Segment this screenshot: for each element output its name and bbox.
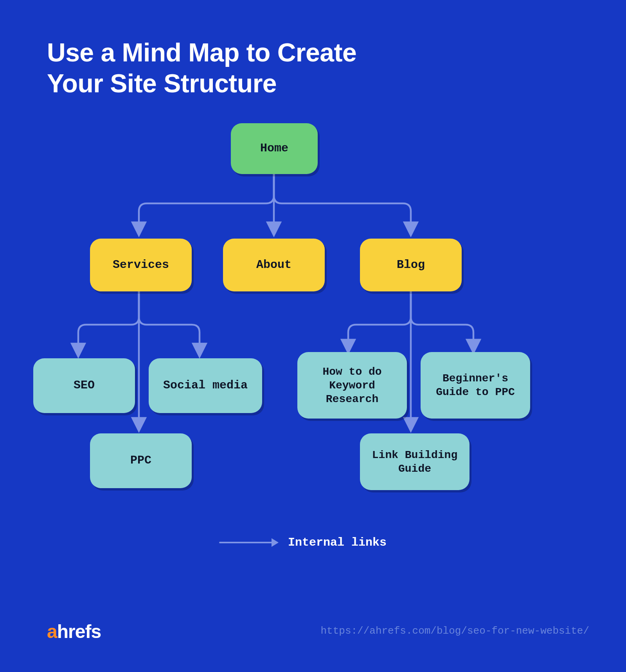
node-label: Link Building Guide bbox=[371, 448, 459, 476]
brand-logo: ahrefs bbox=[47, 621, 101, 642]
node-blog: Blog bbox=[360, 239, 462, 291]
connector-lines bbox=[0, 0, 626, 672]
node-label: SEO bbox=[74, 378, 95, 393]
node-label: Social media bbox=[163, 378, 248, 393]
node-ppc: PPC bbox=[90, 433, 192, 488]
node-label: PPC bbox=[130, 453, 151, 468]
node-link-building-guide: Link Building Guide bbox=[360, 433, 470, 490]
node-home: Home bbox=[231, 123, 318, 174]
node-keyword-research: How to do Keyword Research bbox=[297, 352, 407, 419]
brand-rest: hrefs bbox=[57, 621, 101, 642]
node-label: Blog bbox=[397, 258, 425, 273]
node-label: Services bbox=[113, 258, 169, 273]
node-services: Services bbox=[90, 239, 192, 291]
node-label: How to do Keyword Research bbox=[308, 365, 396, 406]
legend-label: Internal links bbox=[288, 536, 387, 549]
legend: Internal links bbox=[219, 536, 387, 549]
arrow-icon bbox=[219, 542, 278, 543]
node-label: About bbox=[256, 258, 291, 273]
diagram-title: Use a Mind Map to Create Your Site Struc… bbox=[47, 37, 356, 99]
node-seo: SEO bbox=[33, 358, 135, 413]
title-line-1: Use a Mind Map to Create bbox=[47, 38, 356, 67]
node-label: Home bbox=[260, 141, 288, 156]
node-about: About bbox=[223, 239, 325, 291]
node-social-media: Social media bbox=[149, 358, 262, 413]
node-label: Beginner's Guide to PPC bbox=[432, 372, 519, 399]
brand-accent: a bbox=[47, 621, 57, 642]
node-beginners-guide-ppc: Beginner's Guide to PPC bbox=[421, 352, 530, 419]
title-line-2: Your Site Structure bbox=[47, 69, 277, 98]
source-url: https://ahrefs.com/blog/seo-for-new-webs… bbox=[320, 625, 589, 637]
